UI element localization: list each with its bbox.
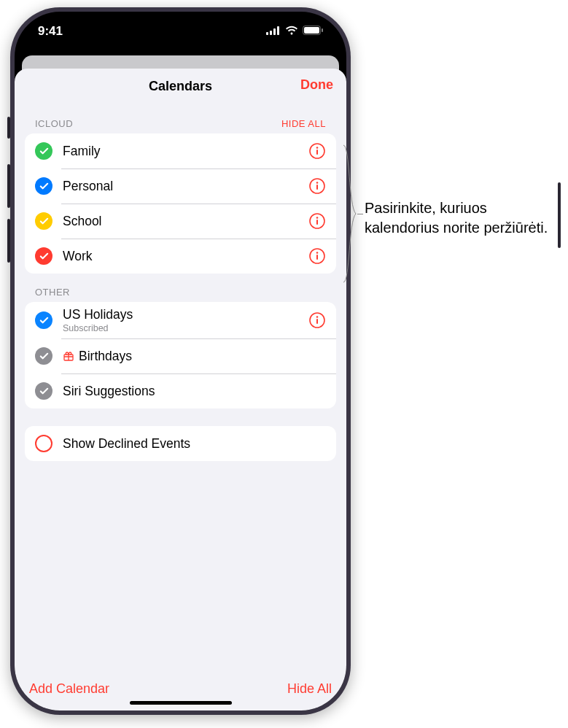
svg-rect-2	[273, 28, 276, 35]
checkmark-icon	[35, 142, 52, 160]
calendar-label: Siri Suggestions	[63, 384, 326, 399]
calendar-label: Birthdays	[63, 349, 326, 364]
sheet-title: Calendars	[149, 79, 212, 94]
calendar-row-us-holidays[interactable]: US Holidays Subscribed	[25, 302, 336, 338]
status-time: 9:41	[38, 24, 63, 39]
calendar-row-birthdays[interactable]: Birthdays	[25, 338, 336, 373]
info-button[interactable]	[308, 247, 326, 265]
svg-point-20	[316, 316, 319, 318]
svg-rect-1	[270, 31, 272, 35]
show-declined-events-toggle[interactable]: Show Declined Events	[25, 426, 336, 461]
section-label-other: OTHER	[35, 287, 70, 298]
svg-rect-15	[316, 220, 318, 225]
callout-brace	[343, 144, 357, 283]
calendar-label: Personal	[63, 179, 308, 194]
svg-rect-3	[277, 26, 279, 35]
unchecked-circle-icon	[35, 435, 52, 452]
checkmark-icon	[35, 311, 52, 329]
wifi-icon	[285, 24, 298, 39]
svg-point-8	[316, 147, 319, 149]
svg-rect-9	[316, 150, 318, 155]
battery-icon	[303, 24, 323, 39]
add-calendar-button[interactable]: Add Calendar	[29, 681, 109, 697]
svg-point-11	[316, 182, 319, 184]
done-button[interactable]: Done	[300, 77, 333, 93]
calendar-row-personal[interactable]: Personal	[25, 169, 336, 204]
sheet-header: Calendars Done	[15, 69, 346, 105]
svg-rect-18	[316, 255, 318, 260]
checkmark-icon	[35, 347, 52, 365]
calendar-row-work[interactable]: Work	[25, 239, 336, 274]
calendar-sublabel: Subscribed	[63, 323, 308, 333]
phone-frame: 9:41 Calendars Done ICLO	[10, 7, 351, 715]
svg-rect-5	[304, 27, 319, 34]
calendar-label: US Holidays	[63, 307, 308, 322]
svg-rect-6	[322, 28, 323, 32]
declined-events-section: Show Declined Events	[25, 426, 336, 461]
svg-point-17	[316, 252, 319, 254]
checkmark-icon	[35, 247, 52, 265]
info-button[interactable]	[308, 212, 326, 230]
checkmark-icon	[35, 177, 52, 195]
calendars-sheet: Calendars Done ICLOUD HIDE ALL Family Pe…	[15, 69, 346, 710]
declined-label: Show Declined Events	[63, 436, 326, 452]
calendar-row-siri-suggestions[interactable]: Siri Suggestions	[25, 373, 336, 408]
section-header-other: OTHER	[15, 274, 346, 302]
checkmark-icon	[35, 382, 52, 400]
hide-all-button[interactable]: Hide All	[287, 681, 332, 697]
svg-rect-12	[316, 185, 318, 190]
hide-all-icloud-button[interactable]: HIDE ALL	[281, 118, 326, 129]
dynamic-island	[135, 25, 227, 51]
info-button[interactable]	[308, 311, 326, 329]
gift-icon	[63, 350, 74, 362]
section-header-icloud: ICLOUD HIDE ALL	[15, 105, 346, 133]
svg-rect-0	[266, 32, 268, 35]
info-button[interactable]	[308, 142, 326, 160]
svg-point-14	[316, 217, 319, 219]
svg-rect-21	[316, 319, 318, 324]
callout-connector	[357, 214, 363, 214]
checkmark-icon	[35, 212, 52, 230]
phone-screen: 9:41 Calendars Done ICLO	[15, 12, 346, 710]
icloud-calendar-list: Family Personal School Work	[25, 133, 336, 274]
home-indicator	[130, 701, 232, 705]
calendar-row-school[interactable]: School	[25, 204, 336, 239]
callout-text: Pasirinkite, kuriuos kalendorius norite …	[365, 198, 561, 238]
calendar-label: School	[63, 214, 308, 229]
section-label-icloud: ICLOUD	[35, 118, 73, 129]
calendar-label: Work	[63, 249, 308, 264]
calendar-row-family[interactable]: Family	[25, 133, 336, 169]
other-calendar-list: US Holidays Subscribed Birthdays	[25, 302, 336, 408]
info-button[interactable]	[308, 177, 326, 195]
cellular-icon	[266, 24, 281, 39]
calendar-label: Family	[63, 144, 308, 159]
